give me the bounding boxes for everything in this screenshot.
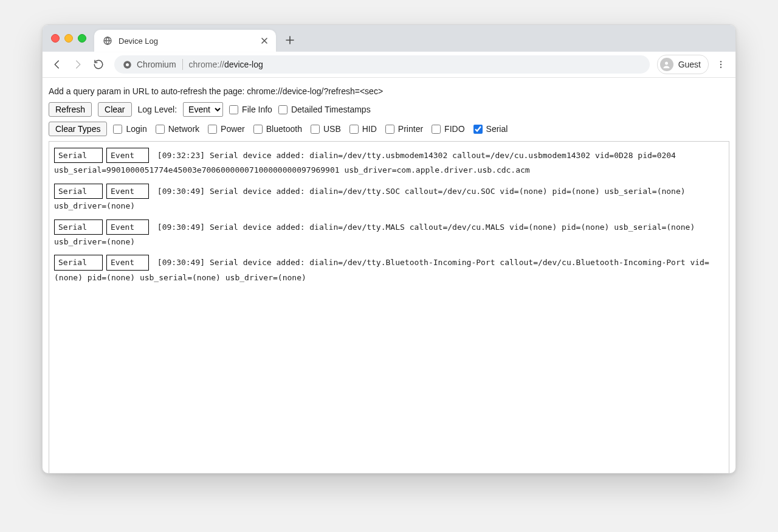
fileinfo-checkbox[interactable]: File Info xyxy=(229,105,272,114)
detailedts-label: Detailed Timestamps xyxy=(291,105,371,114)
omnibox-url: chrome://device-log xyxy=(189,60,263,69)
type-input-hid[interactable] xyxy=(349,125,359,134)
type-checkbox-usb[interactable]: USB xyxy=(311,124,341,134)
type-label-bluetooth: Bluetooth xyxy=(266,124,302,134)
globe-icon xyxy=(103,36,112,46)
entry-level-tag: Event xyxy=(106,219,149,235)
refresh-hint: Add a query param in URL to auto-refresh… xyxy=(49,86,729,96)
entry-level-tag: Event xyxy=(106,255,149,270)
svg-point-5 xyxy=(720,64,721,65)
site-identity: Chromium xyxy=(123,60,176,69)
type-input-usb[interactable] xyxy=(311,125,320,134)
window-close-button[interactable] xyxy=(51,34,60,43)
url-path: device-log xyxy=(224,60,263,69)
type-label-power: Power xyxy=(221,124,245,134)
entry-level-tag: Event xyxy=(106,184,149,199)
type-input-power[interactable] xyxy=(208,125,217,134)
browser-window: Device Log xyxy=(42,24,736,474)
new-tab-button[interactable] xyxy=(281,31,299,49)
menu-button[interactable] xyxy=(712,56,729,73)
page-content: Add a query param in URL to auto-refresh… xyxy=(43,78,735,473)
type-label-network: Network xyxy=(168,124,199,134)
clear-types-button[interactable]: Clear Types xyxy=(49,122,107,136)
entry-type-tag: Serial xyxy=(54,219,103,235)
type-label-usb: USB xyxy=(323,124,341,134)
close-icon[interactable] xyxy=(259,35,270,46)
type-checkbox-power[interactable]: Power xyxy=(208,124,245,134)
type-checkbox-login[interactable]: Login xyxy=(113,124,146,134)
clear-button[interactable]: Clear xyxy=(98,102,131,117)
window-minimize-button[interactable] xyxy=(64,34,73,43)
tab-strip: Device Log xyxy=(43,25,735,52)
log-entry: SerialEvent [09:30:49] Serial device add… xyxy=(54,255,724,285)
refresh-button[interactable]: Refresh xyxy=(49,102,92,117)
svg-point-2 xyxy=(126,63,129,66)
log-entry: SerialEvent [09:30:49] Serial device add… xyxy=(54,219,724,249)
tab-title: Device Log xyxy=(119,36,259,46)
type-label-login: Login xyxy=(126,124,146,134)
loglevel-select[interactable]: Event xyxy=(183,102,223,117)
address-bar[interactable]: Chromium chrome://device-log xyxy=(114,55,650,74)
control-row-1: Refresh Clear Log Level: Event File Info… xyxy=(49,102,729,117)
entry-time: [09:30:49] xyxy=(153,258,210,267)
site-label: Chromium xyxy=(137,60,176,69)
type-input-network[interactable] xyxy=(156,125,165,134)
window-controls xyxy=(51,34,86,43)
entry-time: [09:32:23] xyxy=(153,151,210,160)
fileinfo-label: File Info xyxy=(242,105,272,114)
entry-type-tag: Serial xyxy=(54,184,103,199)
svg-point-3 xyxy=(665,61,668,64)
profile-label: Guest xyxy=(678,60,701,69)
browser-toolbar: Chromium chrome://device-log Guest xyxy=(43,52,735,78)
type-checkbox-serial[interactable]: Serial xyxy=(473,124,508,134)
type-filter-row: LoginNetworkPowerBluetoothUSBHIDPrinterF… xyxy=(113,124,508,134)
type-checkbox-bluetooth[interactable]: Bluetooth xyxy=(253,124,302,134)
entry-message: Serial device added: dialin=/dev/tty.MAL… xyxy=(54,223,695,246)
type-label-serial: Serial xyxy=(486,124,508,134)
svg-point-6 xyxy=(720,66,721,67)
type-checkbox-hid[interactable]: HID xyxy=(349,124,377,134)
entry-type-tag: Serial xyxy=(54,148,103,163)
reload-button[interactable] xyxy=(90,56,107,73)
log-entries: SerialEvent [09:32:23] Serial device add… xyxy=(49,141,729,474)
detailedts-checkbox[interactable]: Detailed Timestamps xyxy=(278,105,371,114)
tab-device-log[interactable]: Device Log xyxy=(94,30,276,52)
avatar-icon xyxy=(660,58,673,71)
omnibox-separator xyxy=(182,59,183,70)
type-label-hid: HID xyxy=(362,124,377,134)
type-checkbox-fido[interactable]: FIDO xyxy=(432,124,464,134)
type-checkbox-printer[interactable]: Printer xyxy=(385,124,423,134)
detailedts-input[interactable] xyxy=(278,105,287,114)
control-row-2: Clear Types LoginNetworkPowerBluetoothUS… xyxy=(49,122,729,136)
chrome-icon xyxy=(123,60,132,69)
log-entry: SerialEvent [09:30:49] Serial device add… xyxy=(54,184,724,213)
loglevel-label: Log Level: xyxy=(138,105,177,114)
type-label-printer: Printer xyxy=(398,124,423,134)
type-input-bluetooth[interactable] xyxy=(253,125,263,134)
type-label-fido: FIDO xyxy=(444,124,464,134)
type-input-login[interactable] xyxy=(113,125,122,134)
type-checkbox-network[interactable]: Network xyxy=(156,124,199,134)
type-input-printer[interactable] xyxy=(385,125,394,134)
entry-time: [09:30:49] xyxy=(153,223,210,232)
entry-level-tag: Event xyxy=(106,148,149,163)
svg-point-4 xyxy=(720,61,721,62)
forward-button[interactable] xyxy=(69,56,86,73)
back-button[interactable] xyxy=(49,56,66,73)
log-entry: SerialEvent [09:32:23] Serial device add… xyxy=(54,148,724,178)
window-zoom-button[interactable] xyxy=(78,34,86,43)
profile-button[interactable]: Guest xyxy=(657,55,709,74)
type-input-serial[interactable] xyxy=(473,125,483,134)
entry-type-tag: Serial xyxy=(54,255,103,270)
type-input-fido[interactable] xyxy=(432,125,441,134)
url-scheme: chrome:// xyxy=(189,60,224,69)
entry-time: [09:30:49] xyxy=(153,187,210,196)
fileinfo-input[interactable] xyxy=(229,105,238,114)
